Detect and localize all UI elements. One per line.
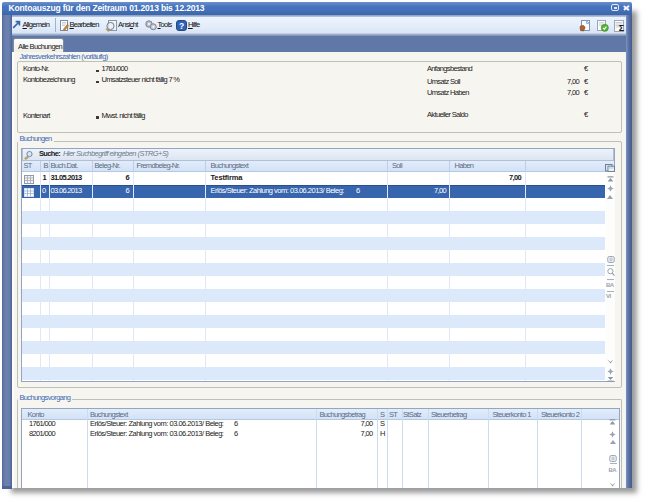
svg-text:?: ? xyxy=(179,20,184,30)
svg-text:Σ: Σ xyxy=(618,23,624,32)
